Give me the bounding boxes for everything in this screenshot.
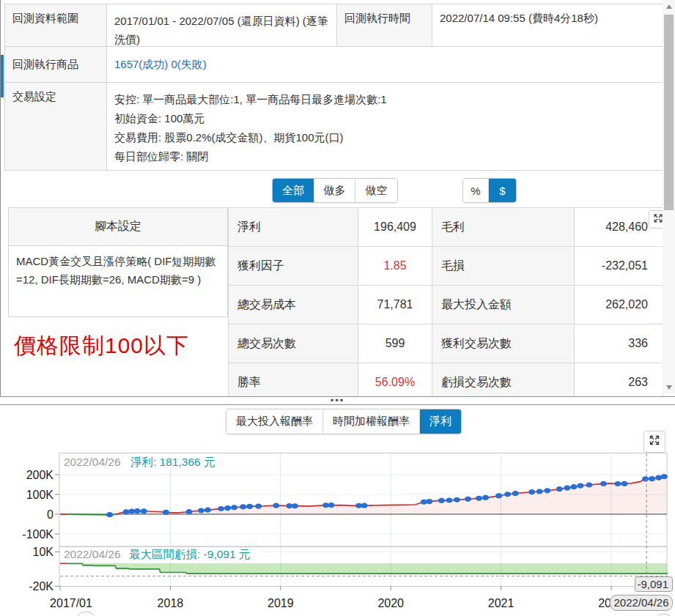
stat-value: 1.85 bbox=[358, 246, 432, 286]
symbols-result-link[interactable]: 1657(成功) 0(失敗) bbox=[114, 58, 207, 72]
scroll-up-icon[interactable] bbox=[663, 0, 675, 12]
svg-text:2022/04/26: 2022/04/26 bbox=[613, 596, 668, 609]
backtest-results-window: 回測資料範圍 2017/01/01 - 2022/07/05 (還原日資料) (… bbox=[0, 0, 675, 616]
chart-tabs: 最大投入報酬率 時間加權報酬率 淨利 bbox=[226, 409, 462, 434]
info-value-data-range: 2017/01/01 - 2022/07/05 (還原日資料) (逐筆洗價) bbox=[106, 4, 337, 47]
expand-icon bbox=[653, 213, 663, 226]
position-filter-tabs: 全部 做多 做空 bbox=[272, 178, 398, 203]
stat-label: 總交易成本 bbox=[228, 285, 358, 324]
equity-drawdown-chart[interactable]: 200K100K0-100K10K-20K2017/01201820192020… bbox=[0, 432, 675, 616]
drawdown-annotation-date: 2022/04/26 bbox=[64, 548, 121, 560]
splitter-handle: ••• bbox=[331, 398, 345, 403]
trade-marker bbox=[231, 505, 237, 510]
vertical-scrollbar[interactable] bbox=[663, 0, 675, 393]
tab-percent[interactable]: % bbox=[463, 179, 489, 202]
equity-annotation-value: 淨利: 181,366 元 bbox=[130, 456, 215, 468]
stat-value: 71,781 bbox=[358, 285, 432, 324]
x-axis-label: 2019 bbox=[268, 597, 294, 609]
trade-marker bbox=[556, 486, 563, 491]
trade-marker bbox=[134, 508, 141, 513]
trade-marker bbox=[614, 481, 621, 486]
info-value-exec-time: 2022/07/14 09:55 (費時4分18秒) bbox=[432, 4, 663, 47]
stat-label: 最大投入金額 bbox=[432, 285, 575, 324]
tab-dollar[interactable]: $ bbox=[489, 179, 516, 202]
trade-marker bbox=[661, 474, 668, 479]
stat-label: 淨利 bbox=[228, 207, 358, 247]
unit-toggle: % $ bbox=[462, 178, 517, 203]
trade-marker bbox=[446, 497, 452, 502]
tab-long[interactable]: 做多 bbox=[314, 179, 355, 202]
trade-marker bbox=[600, 481, 607, 486]
trade-marker bbox=[438, 498, 445, 503]
trade-marker bbox=[465, 497, 471, 502]
trade-marker bbox=[224, 505, 231, 511]
svg-text:-9,091: -9,091 bbox=[637, 578, 668, 590]
equity-y-label: -100K bbox=[22, 528, 54, 541]
equity-y-label: 0 bbox=[47, 508, 54, 521]
trade-marker bbox=[328, 502, 334, 508]
trade-marker bbox=[586, 482, 592, 487]
trade-marker bbox=[528, 489, 535, 494]
tab-short[interactable]: 做空 bbox=[355, 179, 397, 202]
trade-marker bbox=[649, 476, 655, 481]
price-limit-note: 價格限制100以下 bbox=[14, 331, 189, 361]
tab-max-invest-return[interactable]: 最大投入報酬率 bbox=[226, 409, 323, 434]
trade-marker bbox=[495, 493, 502, 498]
stat-label: 獲利因子 bbox=[228, 246, 358, 286]
trade-marker bbox=[185, 509, 192, 514]
stat-value: 336 bbox=[574, 324, 663, 363]
drawdown-annotation-value: 最大區間虧損: -9,091 元 bbox=[129, 548, 250, 560]
pane-splitter[interactable]: ••• bbox=[0, 396, 675, 405]
tab-all[interactable]: 全部 bbox=[273, 179, 314, 202]
chart-zoom-button[interactable] bbox=[75, 612, 96, 616]
script-settings-header: 腳本設定 bbox=[8, 207, 228, 246]
performance-chart-pane: 最大投入報酬率 時間加權報酬率 淨利 200K100K0-100K10K-20K… bbox=[0, 405, 675, 616]
trade-marker bbox=[536, 489, 543, 494]
stat-value: 263 bbox=[574, 363, 663, 396]
trade-marker bbox=[504, 491, 511, 497]
trade-marker bbox=[482, 495, 489, 500]
info-label-trade-settings: 交易設定 bbox=[4, 82, 107, 171]
trade-marker bbox=[273, 503, 279, 508]
trade-marker bbox=[218, 506, 224, 511]
script-settings-description: MACD黃金交叉且漲停策略( DIF短期期數=12, DIF長期期數=26, M… bbox=[8, 245, 228, 317]
trade-marker bbox=[106, 512, 113, 517]
stat-value: 56.09% bbox=[358, 363, 432, 396]
x-axis-label: 2021 bbox=[488, 597, 514, 609]
stat-label: 勝率 bbox=[228, 363, 358, 396]
drawdown-y-label: 10K bbox=[33, 546, 54, 558]
trade-marker bbox=[544, 488, 550, 493]
value-tooltip: -9,091 bbox=[635, 577, 673, 592]
info-value-symbols: 1657(成功) 0(失敗) bbox=[106, 46, 663, 83]
trade-marker bbox=[512, 491, 519, 496]
drawdown-y-label: -20K bbox=[29, 580, 54, 593]
trade-marker bbox=[204, 508, 211, 513]
trade-marker bbox=[564, 486, 570, 491]
trade-marker bbox=[426, 499, 432, 504]
stat-label: 毛損 bbox=[432, 246, 575, 286]
trade-marker bbox=[642, 476, 649, 481]
stat-label: 虧損交易次數 bbox=[432, 363, 575, 396]
equity-y-label: 100K bbox=[26, 489, 54, 501]
trade-marker bbox=[361, 503, 368, 508]
info-value-trade-settings: 安控: 單一商品最大部位:1, 單一商品每日最多進場次數:1 初始資金: 100… bbox=[106, 82, 663, 171]
equity-y-label: 200K bbox=[26, 469, 54, 481]
trade-marker bbox=[292, 503, 298, 508]
tab-net-profit[interactable]: 淨利 bbox=[420, 409, 461, 434]
scroll-down-icon[interactable] bbox=[663, 381, 675, 393]
stat-value: 196,409 bbox=[358, 207, 432, 247]
date-tooltip: 2022/04/26 bbox=[611, 595, 673, 611]
equity-annotation-date: 2022/04/26 bbox=[64, 456, 121, 468]
trade-marker bbox=[163, 510, 169, 515]
trade-marker bbox=[476, 496, 482, 501]
scrollbar-thumb[interactable] bbox=[664, 15, 674, 210]
tab-time-weighted-return[interactable]: 時間加權報酬率 bbox=[323, 409, 420, 434]
trade-marker bbox=[570, 484, 577, 489]
active-row-indicator bbox=[1, 55, 4, 97]
trade-marker bbox=[141, 508, 147, 513]
info-label-symbols: 回測執行商品 bbox=[4, 46, 107, 83]
trade-marker bbox=[198, 508, 204, 513]
stat-label: 總交易次數 bbox=[228, 324, 358, 363]
stat-value: 599 bbox=[358, 324, 432, 363]
x-axis-label: 2017/01 bbox=[50, 597, 92, 609]
